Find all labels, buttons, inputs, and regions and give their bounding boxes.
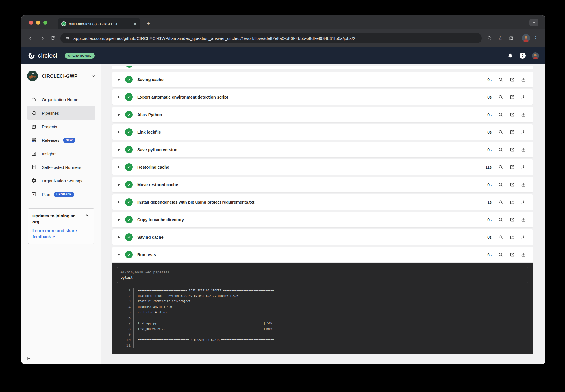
close-icon[interactable] [85, 213, 90, 218]
expand-triangle-icon[interactable] [118, 148, 120, 151]
download-icon[interactable] [519, 215, 528, 224]
open-external-icon[interactable] [508, 180, 516, 189]
expand-triangle-icon[interactable] [118, 218, 120, 221]
sidebar-item-icon [31, 124, 37, 129]
user-avatar[interactable] [532, 52, 539, 59]
download-icon[interactable] [519, 145, 528, 154]
reload-icon[interactable] [47, 33, 58, 43]
close-window-button[interactable] [29, 21, 33, 25]
sidebar-item[interactable]: Insights [27, 147, 95, 160]
line-text: ============================== 4 passed … [133, 337, 274, 343]
bookmark-star-icon[interactable] [495, 33, 505, 43]
download-icon[interactable] [519, 66, 528, 69]
search-output-icon[interactable] [497, 233, 505, 241]
open-external-icon[interactable] [508, 66, 516, 69]
search-output-icon[interactable] [497, 66, 505, 69]
download-icon[interactable] [519, 93, 528, 101]
expand-triangle-icon[interactable] [118, 113, 120, 116]
tab-search-button[interactable] [529, 19, 538, 26]
new-tab-button[interactable] [145, 20, 152, 27]
step-row[interactable]: Saving cache 0s [112, 229, 533, 245]
step-row[interactable]: Install dependencies with pip using proj… [112, 194, 533, 210]
search-output-icon[interactable] [497, 93, 505, 101]
site-settings-icon[interactable] [65, 36, 70, 41]
open-external-icon[interactable] [508, 145, 516, 154]
forward-icon[interactable] [37, 33, 47, 43]
extensions-puzzle-icon[interactable] [506, 33, 516, 43]
download-icon[interactable] [519, 233, 528, 241]
step-row[interactable]: Link lockfile 0s [112, 124, 533, 140]
browser-menu-icon[interactable] [531, 33, 541, 43]
search-output-icon[interactable] [497, 163, 505, 171]
search-output-icon[interactable] [497, 215, 505, 224]
search-output-icon[interactable] [497, 180, 505, 189]
step-row[interactable]: Export automatic environment detection s… [112, 89, 533, 105]
open-external-icon[interactable] [508, 233, 516, 241]
sidebar-item[interactable]: Organization Settings [27, 174, 95, 188]
open-external-icon[interactable] [508, 198, 516, 206]
org-selector[interactable]: CIRCLECI-GWP [21, 64, 101, 87]
download-icon[interactable] [519, 163, 528, 171]
sidebar-item[interactable]: Projects [27, 120, 95, 133]
search-output-icon[interactable] [497, 75, 505, 84]
open-external-icon[interactable] [508, 128, 516, 136]
status-badge[interactable]: OPERATIONAL [65, 53, 95, 59]
help-icon[interactable] [520, 53, 526, 59]
download-icon[interactable] [519, 180, 528, 189]
collapse-triangle-icon[interactable] [118, 254, 120, 256]
download-icon[interactable] [519, 110, 528, 119]
fullscreen-window-button[interactable] [43, 21, 47, 25]
search-output-icon[interactable] [497, 145, 505, 154]
sidebar-item-label: Organization Settings [42, 178, 82, 183]
browser-tab[interactable]: build-and-test (2) - CIRCLECI [58, 18, 140, 29]
zoom-page-icon[interactable] [484, 33, 495, 43]
search-output-icon[interactable] [497, 198, 505, 206]
expand-triangle-icon[interactable] [118, 96, 120, 99]
collapse-sidebar-icon[interactable] [26, 356, 31, 361]
step-row[interactable]: Move restored cache 0s [112, 177, 533, 192]
search-output-icon[interactable] [497, 251, 505, 259]
minimize-window-button[interactable] [36, 21, 40, 25]
sidebar-item[interactable]: Organization Home [27, 93, 95, 106]
url-text[interactable]: app.circleci.com/pipelines/github/CIRCLE… [73, 36, 355, 41]
expand-triangle-icon[interactable] [118, 201, 120, 204]
step-row-partial[interactable] [112, 66, 533, 69]
open-external-icon[interactable] [508, 251, 516, 259]
step-row[interactable]: Alias Python 0s [112, 107, 533, 122]
bell-icon[interactable] [507, 53, 513, 59]
steps-list: Saving cache 0s Export automatic environ… [112, 72, 533, 245]
sidebar-item[interactable]: Pipelines [27, 106, 95, 120]
step-row[interactable]: Save python version 0s [112, 142, 533, 157]
search-output-icon[interactable] [497, 128, 505, 136]
circleci-logo[interactable]: circleci [28, 52, 57, 60]
open-external-icon[interactable] [508, 215, 516, 224]
step-row[interactable]: Saving cache 0s [112, 72, 533, 87]
open-external-icon[interactable] [508, 110, 516, 119]
terminal-line: 9 [117, 332, 528, 337]
url-bar[interactable]: app.circleci.com/pipelines/github/CIRCLE… [60, 33, 482, 43]
search-output-icon[interactable] [497, 110, 505, 119]
expand-triangle-icon[interactable] [118, 236, 120, 239]
expand-triangle-icon[interactable] [118, 166, 120, 169]
download-icon[interactable] [519, 198, 528, 206]
sidebar-item[interactable]: Self-Hosted Runners [27, 160, 95, 174]
open-external-icon[interactable] [508, 75, 516, 84]
download-icon[interactable] [519, 251, 528, 259]
back-icon[interactable] [26, 33, 36, 43]
open-external-icon[interactable] [508, 163, 516, 171]
browser-profile-avatar[interactable] [522, 34, 530, 42]
step-row-run-tests[interactable]: Run tests 6s [112, 247, 533, 262]
tab-close-icon[interactable] [132, 21, 138, 26]
step-row[interactable]: Restoring cache 11s [112, 159, 533, 175]
step-row[interactable]: Copy to cache directory 0s [112, 212, 533, 227]
expand-triangle-icon[interactable] [118, 78, 120, 81]
sidebar-item[interactable]: Plan UPGRADE [27, 188, 95, 201]
line-number: 1 [117, 288, 133, 293]
open-external-icon[interactable] [508, 93, 516, 101]
sidebar-item[interactable]: Releases NEW [27, 133, 95, 147]
expand-triangle-icon[interactable] [118, 131, 120, 134]
download-icon[interactable] [519, 75, 528, 84]
expand-triangle-icon[interactable] [118, 183, 120, 186]
download-icon[interactable] [519, 128, 528, 136]
promo-link[interactable]: Learn more and share feedback [32, 228, 83, 239]
